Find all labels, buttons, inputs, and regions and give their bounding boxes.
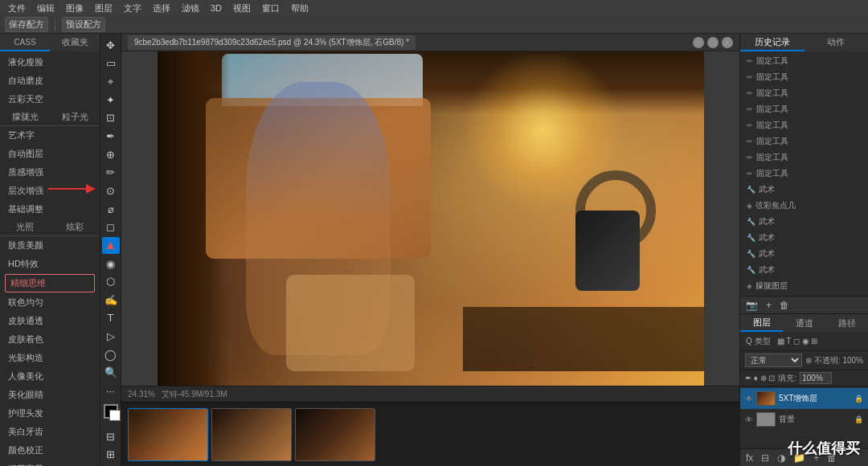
filter-fine-thinking[interactable]: 精细思维 <box>5 274 95 292</box>
menu-layer[interactable]: 图层 <box>90 1 117 16</box>
filter-art-text[interactable]: 艺术字 <box>0 126 100 145</box>
tool-magic-wand[interactable]: ✦ <box>102 92 120 108</box>
history-item[interactable]: ✏固定工具 <box>740 53 868 69</box>
tool-more[interactable]: ··· <box>102 382 120 399</box>
history-item[interactable]: 🔧武术 <box>740 262 868 278</box>
layer-item-background[interactable]: 👁 背景 🔒 <box>740 409 868 430</box>
history-item-last[interactable]: ◈朦胧图层 <box>740 278 868 294</box>
tool-eyedropper[interactable]: ✒ <box>102 128 120 145</box>
thumbnail-1[interactable] <box>128 408 208 461</box>
menu-view[interactable]: 视图 <box>228 1 256 16</box>
filter-skin-beauty[interactable]: 肤质美颜 <box>0 236 100 255</box>
add-mask-btn[interactable]: ⊟ <box>759 452 772 464</box>
filter-particle-light[interactable]: 粒子光 <box>50 108 100 126</box>
tool-dodge[interactable]: ⬡ <box>102 273 120 290</box>
window-close[interactable]: × <box>722 37 733 48</box>
history-item[interactable]: ✏固定工具 <box>740 149 868 166</box>
history-item[interactable]: ✏固定工具 <box>740 101 868 117</box>
tab-paths[interactable]: 路径 <box>825 314 868 332</box>
filter-color-correct[interactable]: 颜色校正 <box>0 441 100 460</box>
filter-skin-color[interactable]: 皮肤着色 <box>0 330 100 349</box>
blend-mode-select[interactable]: 正常 <box>745 354 802 367</box>
save-preset-button[interactable]: 保存配方 <box>5 17 48 32</box>
history-item[interactable]: ✏固定工具 <box>740 85 868 101</box>
window-minimize[interactable]: − <box>693 37 704 48</box>
new-fill-btn[interactable]: ◑ <box>775 452 788 464</box>
tab-actions[interactable]: 动作 <box>805 34 869 51</box>
menu-image[interactable]: 图像 <box>61 1 88 16</box>
tab-layers[interactable]: 图层 <box>740 314 783 332</box>
filter-light-shadow[interactable]: 光影构造 <box>0 349 100 367</box>
filter-light[interactable]: 光照 <box>0 219 50 236</box>
history-item[interactable]: ✏固定工具 <box>740 133 868 149</box>
tool-heal[interactable]: ⊕ <box>102 146 120 163</box>
filter-texture-enhance[interactable]: 质感增强 <box>0 163 100 182</box>
tool-history-brush[interactable]: ⌀ <box>102 201 120 218</box>
add-layer-style-btn[interactable]: fx <box>743 452 755 464</box>
tool-mask[interactable]: ⊟ <box>102 428 120 445</box>
filter-hd-effect[interactable]: HD特效 <box>0 255 100 273</box>
filter-auto-layer[interactable]: 自动图层 <box>0 145 100 163</box>
foreground-color[interactable] <box>104 404 118 419</box>
history-item[interactable]: 🔧武术 <box>740 182 868 198</box>
filter-detail-refine[interactable]: 细节完善 <box>0 460 100 466</box>
new-group-btn[interactable]: 📁 <box>791 452 808 464</box>
tool-pen[interactable]: ✍ <box>102 292 120 309</box>
history-item[interactable]: 🔧武术 <box>740 230 868 246</box>
presets-button[interactable]: 预设配方 <box>62 17 105 32</box>
menu-edit[interactable]: 编辑 <box>32 1 59 16</box>
history-item[interactable]: ✏固定工具 <box>740 69 868 85</box>
tool-screen-mode[interactable]: ⊞ <box>102 446 120 463</box>
thumbnail-2[interactable] <box>211 408 292 461</box>
canvas-tab[interactable]: 9cbe2b3edb7b11e9879d309c23d62ec5.psd @ 2… <box>128 35 416 50</box>
filter-skin-transparent[interactable]: 皮肤通透 <box>0 312 100 330</box>
menu-window[interactable]: 窗口 <box>257 1 285 16</box>
menu-filter[interactable]: 滤镜 <box>177 1 204 16</box>
tool-clone[interactable]: ⊙ <box>102 182 120 199</box>
filter-teeth-whiten[interactable]: 美白牙齿 <box>0 423 100 441</box>
tool-zoom[interactable]: 🔍 <box>102 365 120 382</box>
delete-layer-btn[interactable]: 🗑 <box>825 452 839 464</box>
tool-blur[interactable]: ◉ <box>102 255 120 272</box>
tab-cass[interactable]: CASS <box>0 34 50 51</box>
window-maximize[interactable]: □ <box>707 37 719 48</box>
filter-color-balance[interactable]: 联色均匀 <box>0 293 100 312</box>
history-item[interactable]: 🔧武术 <box>740 246 868 262</box>
tool-eraser[interactable]: ◻ <box>102 219 120 235</box>
canvas-body[interactable] <box>121 51 739 386</box>
history-delete-btn[interactable]: 🗑 <box>777 300 792 311</box>
fill-input[interactable] <box>800 372 832 384</box>
filter-level-enhance[interactable]: 层次增强 <box>0 182 100 200</box>
history-new-btn[interactable]: + <box>764 300 774 311</box>
filter-liquify[interactable]: 液化瘦脸 <box>0 53 100 72</box>
menu-3d[interactable]: 3D <box>206 2 227 14</box>
menu-help[interactable]: 帮助 <box>286 1 313 16</box>
thumbnail-3[interactable] <box>295 408 375 461</box>
menu-text[interactable]: 文字 <box>119 1 146 16</box>
tool-select-rect[interactable]: ▭ <box>102 55 120 72</box>
history-snapshot-btn[interactable]: 📷 <box>743 300 760 311</box>
history-item[interactable]: ◈弦彩焦点几 <box>740 198 868 214</box>
filter-color[interactable]: 炫彩 <box>50 219 100 236</box>
filter-eye-beauty[interactable]: 美化眼睛 <box>0 386 100 404</box>
new-layer-btn[interactable]: + <box>811 452 821 464</box>
tool-shape[interactable]: ◯ <box>102 346 120 363</box>
tab-channels[interactable]: 通道 <box>783 314 825 332</box>
history-item[interactable]: ✏固定工具 <box>740 166 868 182</box>
filter-haze-light[interactable]: 朦胧光 <box>0 108 50 126</box>
tool-move[interactable]: ✥ <box>102 37 120 54</box>
layer-visibility-icon[interactable]: 👁 <box>745 394 753 403</box>
filter-auto-skin[interactable]: 自动磨皮 <box>0 72 100 90</box>
tab-favorites[interactable]: 收藏夹 <box>50 34 100 51</box>
filter-hair-care[interactable]: 护理头发 <box>0 404 100 423</box>
layer-visibility-icon-2[interactable]: 👁 <box>745 415 753 424</box>
layer-item-5xt[interactable]: 👁 5XT增饰层 🔒 <box>740 388 868 409</box>
tool-text[interactable]: T <box>102 310 120 327</box>
menu-file[interactable]: 文件 <box>3 1 31 16</box>
history-item[interactable]: 🔧武术 <box>740 214 868 230</box>
tool-crop[interactable]: ⊡ <box>102 110 120 127</box>
tool-brush[interactable]: ✏ <box>102 164 120 181</box>
history-item[interactable]: ✏固定工具 <box>740 117 868 133</box>
menu-select[interactable]: 选择 <box>148 1 175 16</box>
tool-lasso[interactable]: ⌖ <box>102 73 120 90</box>
